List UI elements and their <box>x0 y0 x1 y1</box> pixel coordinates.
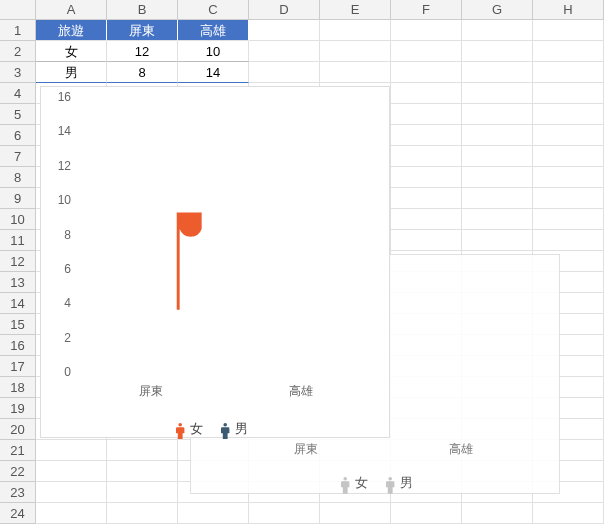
cell-G9[interactable] <box>462 188 533 209</box>
cell-H2[interactable] <box>533 41 604 62</box>
cell-E24[interactable] <box>320 503 391 524</box>
row-header-21[interactable]: 21 <box>0 440 36 461</box>
cell-G2[interactable] <box>462 41 533 62</box>
row-header-4[interactable]: 4 <box>0 83 36 104</box>
cell-F1[interactable] <box>391 20 462 41</box>
col-header-G[interactable]: G <box>462 0 533 20</box>
chart-object-1[interactable]: 0246810121416 屏東 高雄 女 男 <box>40 86 390 438</box>
cell-D24[interactable] <box>249 503 320 524</box>
cell-E3[interactable] <box>320 62 391 83</box>
row-header-7[interactable]: 7 <box>0 146 36 167</box>
cell-G10[interactable] <box>462 209 533 230</box>
cell-G11[interactable] <box>462 230 533 251</box>
cell-H5[interactable] <box>533 104 604 125</box>
col-header-B[interactable]: B <box>107 0 178 20</box>
cell-F7[interactable] <box>391 146 462 167</box>
cell-H6[interactable] <box>533 125 604 146</box>
cell-G3[interactable] <box>462 62 533 83</box>
cell-G5[interactable] <box>462 104 533 125</box>
cell-F3[interactable] <box>391 62 462 83</box>
cell-A24[interactable] <box>36 503 107 524</box>
cell-D3[interactable] <box>249 62 320 83</box>
cell-B2[interactable]: 12 <box>107 41 178 62</box>
col-header-A[interactable]: A <box>36 0 107 20</box>
cell-D1[interactable] <box>249 20 320 41</box>
cell-F6[interactable] <box>391 125 462 146</box>
cell-G1[interactable] <box>462 20 533 41</box>
cell-G4[interactable] <box>462 83 533 104</box>
col-header-E[interactable]: E <box>320 0 391 20</box>
col-header-H[interactable]: H <box>533 0 604 20</box>
cell-F9[interactable] <box>391 188 462 209</box>
cell-E1[interactable] <box>320 20 391 41</box>
cell-C2[interactable]: 10 <box>178 41 249 62</box>
cell-B24[interactable] <box>107 503 178 524</box>
cell-H10[interactable] <box>533 209 604 230</box>
cell-B23[interactable] <box>107 482 178 503</box>
row-header-18[interactable]: 18 <box>0 377 36 398</box>
row-header-9[interactable]: 9 <box>0 188 36 209</box>
cell-A3[interactable]: 男 <box>36 62 107 83</box>
cell-H1[interactable] <box>533 20 604 41</box>
cell-G24[interactable] <box>462 503 533 524</box>
cell-C24[interactable] <box>178 503 249 524</box>
cell-H4[interactable] <box>533 83 604 104</box>
row-header-22[interactable]: 22 <box>0 461 36 482</box>
cell-H3[interactable] <box>533 62 604 83</box>
cell-G7[interactable] <box>462 146 533 167</box>
row-header-23[interactable]: 23 <box>0 482 36 503</box>
row-header-5[interactable]: 5 <box>0 104 36 125</box>
row-header-10[interactable]: 10 <box>0 209 36 230</box>
cell-H7[interactable] <box>533 146 604 167</box>
cell-A1[interactable]: 旅遊 <box>36 20 107 41</box>
cell-A2[interactable]: 女 <box>36 41 107 62</box>
cell-F2[interactable] <box>391 41 462 62</box>
cell-F10[interactable] <box>391 209 462 230</box>
cell-F24[interactable] <box>391 503 462 524</box>
row-header-12[interactable]: 12 <box>0 251 36 272</box>
cell-G6[interactable] <box>462 125 533 146</box>
row-header-1[interactable]: 1 <box>0 20 36 41</box>
cell-C1[interactable]: 高雄 <box>178 20 249 41</box>
row-header-14[interactable]: 14 <box>0 293 36 314</box>
row-header-16[interactable]: 16 <box>0 335 36 356</box>
cell-H8[interactable] <box>533 167 604 188</box>
cell-H11[interactable] <box>533 230 604 251</box>
cell-H9[interactable] <box>533 188 604 209</box>
select-all-corner[interactable] <box>0 0 36 20</box>
row-header-19[interactable]: 19 <box>0 398 36 419</box>
row-header-13[interactable]: 13 <box>0 272 36 293</box>
cell-A22[interactable] <box>36 461 107 482</box>
svg-point-12 <box>128 97 172 141</box>
row-header-17[interactable]: 17 <box>0 356 36 377</box>
col-header-D[interactable]: D <box>249 0 320 20</box>
row-header-24[interactable]: 24 <box>0 503 36 524</box>
cell-B1[interactable]: 屏東 <box>107 20 178 41</box>
row-header-11[interactable]: 11 <box>0 230 36 251</box>
col-header-C[interactable]: C <box>178 0 249 20</box>
cell-C3[interactable]: 14 <box>178 62 249 83</box>
cell-H24[interactable] <box>533 503 604 524</box>
row-header-8[interactable]: 8 <box>0 167 36 188</box>
cell-F5[interactable] <box>391 104 462 125</box>
row-header-15[interactable]: 15 <box>0 314 36 335</box>
cell-A21[interactable] <box>36 440 107 461</box>
cell-E2[interactable] <box>320 41 391 62</box>
y-tick: 8 <box>64 228 71 242</box>
cell-A23[interactable] <box>36 482 107 503</box>
col-header-F[interactable]: F <box>391 0 462 20</box>
cell-F11[interactable] <box>391 230 462 251</box>
cell-B21[interactable] <box>107 440 178 461</box>
row-header-6[interactable]: 6 <box>0 125 36 146</box>
cell-F4[interactable] <box>391 83 462 104</box>
cell-B22[interactable] <box>107 461 178 482</box>
row-header-2[interactable]: 2 <box>0 41 36 62</box>
cell-D2[interactable] <box>249 41 320 62</box>
cell-F8[interactable] <box>391 167 462 188</box>
row-header-3[interactable]: 3 <box>0 62 36 83</box>
svg-point-2 <box>428 255 457 284</box>
cell-B3[interactable]: 8 <box>107 62 178 83</box>
cell-G8[interactable] <box>462 167 533 188</box>
svg-point-15 <box>342 97 386 141</box>
row-header-20[interactable]: 20 <box>0 419 36 440</box>
